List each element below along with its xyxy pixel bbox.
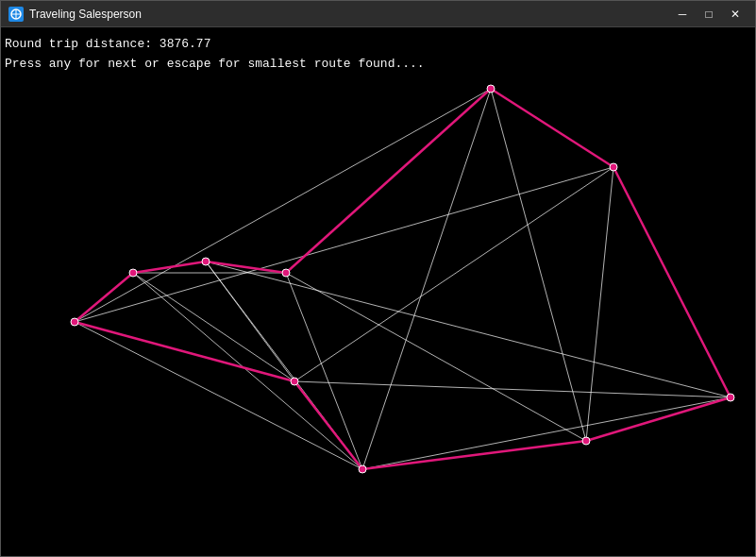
text-overlay: Round trip distance: 3876.77 Press any f… [5,35,425,75]
window-title: Traveling Salesperson [29,8,142,21]
minimize-button[interactable]: ─ [670,5,695,24]
main-content: Round trip distance: 3876.77 Press any f… [1,27,755,556]
titlebar-left: Traveling Salesperson [8,7,142,22]
instruction-text: Press any for next or escape for smalles… [5,55,425,75]
distance-text: Round trip distance: 3876.77 [5,35,425,55]
graph-canvas [1,27,755,556]
titlebar-controls: ─ □ ✕ [670,5,748,24]
close-button[interactable]: ✕ [723,5,748,24]
maximize-button[interactable]: □ [697,5,721,24]
titlebar: Traveling Salesperson ─ □ ✕ [1,1,755,27]
app-icon [8,7,24,22]
window: Traveling Salesperson ─ □ ✕ Round trip d… [0,0,756,557]
